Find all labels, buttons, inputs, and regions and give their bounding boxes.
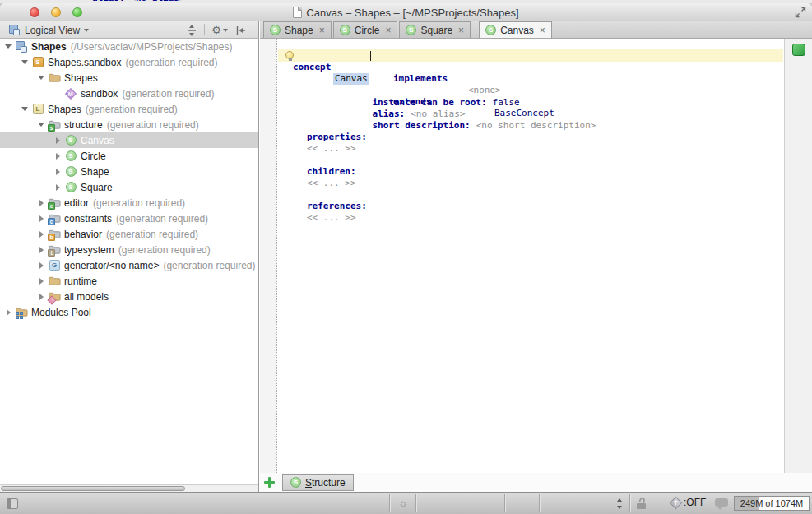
chevron-expanded-icon[interactable]	[36, 76, 46, 80]
tree-row-shapes-sandbox[interactable]: S Shapes.sandbox (generation required)	[0, 54, 258, 70]
solution-icon: S	[31, 56, 44, 69]
chevron-collapsed-icon[interactable]	[36, 247, 46, 253]
tree-row-canvas-selected[interactable]: S Canvas	[0, 132, 258, 148]
editor-tabstrip: S Shape × S Circle × S Square × S Canvas	[260, 21, 812, 39]
children-placeholder-cell[interactable]: << ... >>	[307, 178, 356, 189]
folder-icon	[48, 72, 61, 85]
chevron-collapsed-icon[interactable]	[36, 215, 46, 222]
concept-letter: S	[66, 182, 77, 192]
tree-row-structure[interactable]: s structure (generation required)	[0, 117, 258, 132]
background-task-spinner-icon: ☼	[398, 497, 408, 509]
tree-row-modules-pool[interactable]: Modules Pool	[0, 304, 258, 320]
chevron-collapsed-icon[interactable]	[36, 294, 46, 300]
toolwindow-toggle-icon[interactable]	[7, 498, 18, 509]
tab-label: Circle	[355, 25, 380, 36]
references-placeholder-cell[interactable]: << ... >>	[307, 212, 356, 224]
chevron-down-icon	[223, 29, 228, 32]
view-options-button[interactable]: ⚙	[212, 24, 227, 36]
tree-row-shapes-folder[interactable]: Shapes	[0, 70, 258, 86]
tab-label: Shape	[285, 25, 313, 36]
chevron-collapsed-icon[interactable]	[36, 262, 46, 269]
tab-shape[interactable]: S Shape ×	[263, 21, 332, 38]
position-stepper-icon[interactable]	[615, 498, 624, 509]
chevron-collapsed-icon[interactable]	[36, 278, 46, 285]
close-tab-icon[interactable]: ×	[540, 25, 545, 36]
tree-row-editor[interactable]: e editor (generation required)	[0, 195, 258, 211]
tree-item-label: editor	[64, 197, 89, 209]
concept-editor[interactable]: concept Canvas extends BaseConcept imple…	[278, 39, 783, 473]
memory-indicator[interactable]: 249M of 1074M	[734, 496, 810, 511]
view-selector-label: Logical View	[25, 25, 80, 36]
tree-row-typesystem[interactable]: t typesystem (generation required)	[0, 242, 258, 257]
tree-row-square[interactable]: S Square	[0, 179, 258, 195]
close-tab-icon[interactable]: ×	[385, 25, 391, 36]
tree-item-annotation: (generation required)	[125, 57, 217, 68]
error-stripe[interactable]	[784, 39, 812, 473]
chevron-expanded-icon[interactable]	[20, 107, 30, 111]
chevron-expanded-icon[interactable]	[3, 44, 13, 49]
properties-placeholder-cell[interactable]: << ... >>	[307, 143, 356, 155]
structure-aspect-icon: s	[48, 118, 61, 132]
tree-row-runtime[interactable]: runtime	[0, 273, 258, 289]
autoscroll-to-source-button[interactable]	[184, 24, 199, 36]
no-errors-indicator[interactable]	[792, 44, 805, 56]
tree-row-sandbox-model[interactable]: M sandbox (generation required)	[0, 86, 258, 101]
concept-letter: S	[66, 166, 77, 177]
document-icon	[293, 7, 302, 18]
logical-view-icon	[8, 24, 21, 36]
tree-row-generator[interactable]: G generator/<no name> (generation requir…	[0, 257, 258, 273]
tree-row-project-shapes[interactable]: Shapes (/Users/vaclav/MPSProjects/Shapes…	[0, 39, 258, 54]
tree-item-annotation: (generation required)	[163, 260, 255, 271]
constraints-badge-letter: c	[48, 218, 55, 225]
close-tab-icon[interactable]: ×	[458, 25, 464, 36]
tree-item-label: Shapes	[64, 72, 98, 84]
view-selector-dropdown[interactable]: Logical View	[5, 22, 92, 38]
tree-row-behavior[interactable]: b behavior (generation required)	[0, 226, 258, 242]
chevron-collapsed-icon[interactable]	[53, 169, 63, 175]
tree-item-label: Shapes.sandbox	[48, 57, 121, 68]
editor-badge-letter: e	[48, 202, 55, 210]
add-tab-button[interactable]	[263, 476, 275, 488]
lock-unlocked-icon[interactable]	[637, 498, 647, 509]
short-description-value-cell[interactable]: <no short description>	[476, 120, 596, 131]
tree-row-shape[interactable]: S Shape	[0, 164, 258, 179]
typesystem-toggle-widget[interactable]: T :OFF	[671, 497, 706, 508]
tree-item-label: Square	[81, 182, 113, 193]
chevron-expanded-icon[interactable]	[36, 123, 46, 127]
root-value-cell[interactable]: false	[493, 97, 520, 108]
tree-item-label: Shapes	[48, 104, 81, 115]
hide-panel-icon	[235, 25, 247, 36]
generator-letter: G	[49, 260, 60, 271]
chevron-collapsed-icon[interactable]	[36, 231, 46, 238]
tree-row-constraints[interactable]: c constraints (generation required)	[0, 211, 258, 226]
tab-label: Canvas	[500, 25, 534, 36]
message-bubble-icon[interactable]	[715, 498, 728, 507]
tab-circle[interactable]: S Circle ×	[333, 21, 398, 38]
chevron-expanded-icon[interactable]	[20, 60, 30, 64]
tree-row-shapes-language[interactable]: L Shapes (generation required)	[0, 101, 258, 117]
statusbar: ☼ T :OFF 249M of 1074M	[0, 492, 812, 514]
behavior-badge-letter: b	[48, 234, 55, 241]
tab-label: Square	[420, 25, 452, 36]
fullscreen-arrows-icon[interactable]	[794, 6, 807, 19]
chevron-collapsed-icon[interactable]	[53, 184, 63, 191]
titlebar[interactable]: Canvas – Shapes – [~/MPSProjects/Shapes]	[0, 3, 812, 21]
tab-canvas-active[interactable]: S Canvas ×	[479, 21, 552, 38]
tree-row-circle[interactable]: S Circle	[0, 148, 258, 164]
chevron-collapsed-icon[interactable]	[3, 309, 13, 316]
chevron-collapsed-icon[interactable]	[53, 153, 63, 160]
tab-structure[interactable]: S Structure	[282, 474, 354, 491]
scrollbar-thumb[interactable]	[1, 486, 185, 491]
close-tab-icon[interactable]: ×	[319, 25, 325, 36]
editor-aspect-icon: e	[48, 197, 61, 210]
tree-horizontal-scrollbar[interactable]	[0, 484, 258, 492]
tree-row-all-models[interactable]: all models	[0, 289, 258, 304]
tree-item-annotation: (generation required)	[107, 119, 199, 131]
hide-toolwindow-button[interactable]	[234, 24, 248, 36]
editor-bottom-tabstrip: S Structure	[260, 473, 812, 492]
modules-pool-icon	[15, 306, 28, 319]
chevron-collapsed-icon[interactable]	[36, 200, 46, 206]
chevron-collapsed-icon[interactable]	[53, 137, 63, 144]
concept-icon: S	[290, 477, 301, 488]
tab-square[interactable]: S Square ×	[399, 21, 471, 38]
